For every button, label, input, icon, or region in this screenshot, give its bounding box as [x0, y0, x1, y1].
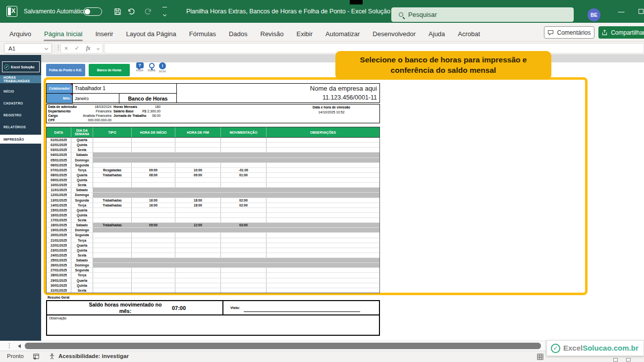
- obs-cell[interactable]: [267, 143, 379, 147]
- movement-cell[interactable]: [221, 188, 267, 192]
- date-cell[interactable]: 06/01/2025: [47, 163, 71, 167]
- type-cell[interactable]: [93, 228, 132, 232]
- obs-cell[interactable]: [267, 248, 379, 253]
- end-cell[interactable]: [175, 178, 221, 182]
- obs-cell[interactable]: [267, 213, 379, 217]
- table-row[interactable]: 19/01/2025Domingo: [47, 228, 379, 233]
- table-row[interactable]: 17/01/2025Sexta: [47, 218, 379, 223]
- type-cell[interactable]: [93, 278, 132, 283]
- table-row[interactable]: 08/01/2025QuartaTrabalhadas08:0009:0001:…: [47, 173, 379, 178]
- day-cell[interactable]: Domingo: [71, 193, 93, 197]
- obs-cell[interactable]: [267, 168, 379, 172]
- day-cell[interactable]: Sábado: [71, 153, 93, 157]
- month-cell[interactable]: Janeiro: [73, 94, 119, 103]
- obs-cell[interactable]: [267, 253, 379, 258]
- day-cell[interactable]: Quinta: [71, 143, 93, 147]
- movement-cell[interactable]: [221, 213, 267, 217]
- obs-cell[interactable]: [267, 243, 379, 248]
- table-row[interactable]: 26/01/2025Domingo: [47, 263, 379, 268]
- insert-function-icon[interactable]: fx: [86, 45, 91, 52]
- banco-de-horas-button[interactable]: Banco de Horas: [89, 64, 130, 76]
- obs-cell[interactable]: [267, 178, 379, 182]
- movement-cell[interactable]: 02:00: [221, 203, 267, 207]
- comments-button[interactable]: Comentários: [544, 26, 594, 39]
- type-cell[interactable]: [93, 273, 132, 277]
- start-cell[interactable]: [132, 193, 175, 197]
- end-cell[interactable]: [175, 213, 221, 217]
- type-cell[interactable]: [93, 253, 132, 258]
- tips-button[interactable]: ! DICAS: [157, 62, 168, 76]
- obs-cell[interactable]: [267, 193, 379, 197]
- date-cell[interactable]: 12/01/2025: [47, 193, 71, 197]
- end-cell[interactable]: 18:00: [175, 198, 221, 203]
- observations-box[interactable]: Observação: [46, 315, 380, 336]
- date-cell[interactable]: 24/01/2025: [47, 253, 71, 258]
- table-row[interactable]: 23/01/2025Quinta: [47, 248, 379, 253]
- tab-dados[interactable]: Dados: [222, 26, 254, 41]
- tab-p-gina-inicial[interactable]: Página Inicial: [38, 26, 89, 41]
- date-cell[interactable]: 15/01/2025: [47, 208, 71, 212]
- end-cell[interactable]: [175, 263, 221, 267]
- date-cell[interactable]: 14/01/2025: [47, 203, 71, 207]
- start-cell[interactable]: [132, 163, 175, 167]
- type-cell[interactable]: [93, 158, 132, 162]
- obs-cell[interactable]: [267, 183, 379, 187]
- obs-cell[interactable]: [267, 148, 379, 152]
- sheet-tabs-handle[interactable]: ⋮: [6, 342, 12, 349]
- start-cell[interactable]: [132, 233, 175, 237]
- date-cell[interactable]: 09/01/2025: [47, 178, 71, 182]
- start-cell[interactable]: [132, 258, 175, 262]
- start-cell[interactable]: [132, 158, 175, 162]
- date-cell[interactable]: 04/01/2025: [47, 153, 71, 157]
- obs-cell[interactable]: [267, 223, 379, 227]
- type-cell[interactable]: [93, 188, 132, 192]
- worker-name-cell[interactable]: Trabalhador 1: [73, 84, 176, 94]
- day-cell[interactable]: Quarta: [71, 173, 93, 177]
- day-cell[interactable]: Terça: [71, 238, 93, 243]
- end-cell[interactable]: [175, 193, 221, 197]
- page-layout-view-icon[interactable]: [613, 358, 618, 362]
- obs-cell[interactable]: [267, 158, 379, 162]
- about-button[interactable]: SOBRE: [146, 62, 158, 76]
- date-cell[interactable]: 29/01/2025: [47, 278, 71, 283]
- day-cell[interactable]: Sábado: [71, 223, 93, 227]
- end-cell[interactable]: 09:00: [175, 173, 221, 177]
- autosave-toggle[interactable]: [83, 7, 102, 16]
- movement-cell[interactable]: [221, 178, 267, 182]
- start-cell[interactable]: [132, 268, 175, 272]
- start-cell[interactable]: [132, 273, 175, 277]
- obs-cell[interactable]: [267, 173, 379, 177]
- start-cell[interactable]: [132, 178, 175, 182]
- type-cell[interactable]: [93, 213, 132, 217]
- page-break-view-icon[interactable]: [626, 358, 631, 362]
- start-cell[interactable]: 09:00: [132, 223, 175, 227]
- type-cell[interactable]: [93, 268, 132, 272]
- date-cell[interactable]: 16/01/2025: [47, 213, 71, 217]
- type-cell[interactable]: [93, 143, 132, 147]
- table-row[interactable]: 09/01/2025Quinta: [47, 178, 379, 183]
- day-cell[interactable]: Quarta: [71, 138, 93, 142]
- movement-cell[interactable]: [221, 148, 267, 152]
- table-row[interactable]: 28/01/2025Terça: [47, 273, 379, 278]
- start-cell[interactable]: 09:00: [132, 168, 175, 172]
- sheet-type-cell[interactable]: Banco de Horas: [119, 94, 176, 103]
- end-cell[interactable]: [175, 288, 221, 293]
- sidebar-item-impress-o[interactable]: IMPRESSÃO: [0, 135, 41, 144]
- scrollbar-thumb[interactable]: [25, 343, 541, 349]
- obs-cell[interactable]: [267, 233, 379, 237]
- table-row[interactable]: 15/01/2025Quarta: [47, 208, 379, 213]
- date-cell[interactable]: 13/01/2025: [47, 198, 71, 203]
- end-cell[interactable]: [175, 253, 221, 258]
- obs-cell[interactable]: [267, 283, 379, 288]
- end-cell[interactable]: [175, 248, 221, 253]
- table-row[interactable]: 25/01/2025Sábado: [47, 258, 379, 263]
- end-cell[interactable]: [175, 208, 221, 212]
- search-box[interactable]: Pesquisar: [391, 7, 574, 22]
- tab-layout-da-p-gina[interactable]: Layout da Página: [120, 26, 183, 41]
- movement-cell[interactable]: [221, 278, 267, 283]
- enter-icon[interactable]: ✓: [75, 45, 79, 52]
- macro-record-icon[interactable]: [33, 353, 40, 361]
- start-cell[interactable]: 16:00: [132, 198, 175, 203]
- start-cell[interactable]: [132, 228, 175, 232]
- folha-de-ponto-button[interactable]: Folha de Ponto e H.E.: [46, 64, 85, 76]
